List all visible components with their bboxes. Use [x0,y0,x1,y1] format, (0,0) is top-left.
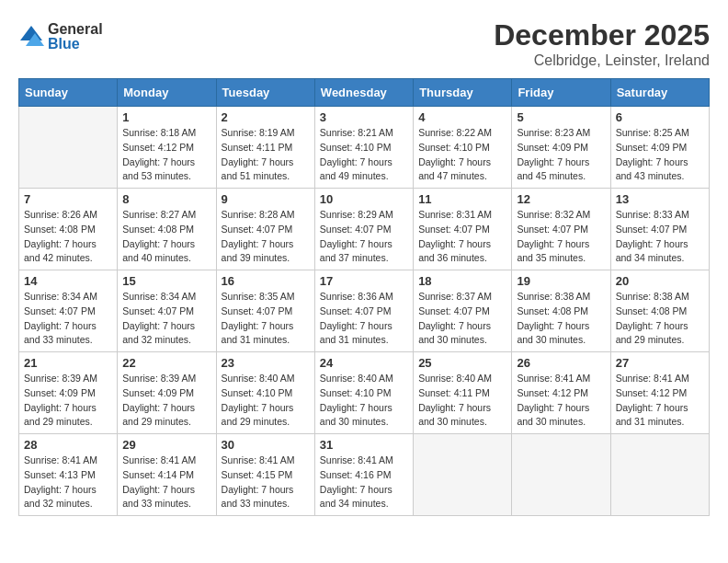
day-info: Sunrise: 8:38 AM Sunset: 4:08 PM Dayligh… [517,290,605,348]
day-cell: 17 Sunrise: 8:36 AM Sunset: 4:07 PM Dayl… [314,270,413,352]
day-info: Sunrise: 8:26 AM Sunset: 4:08 PM Dayligh… [24,208,112,266]
day-cell: 28 Sunrise: 8:41 AM Sunset: 4:13 PM Dayl… [19,434,118,516]
day-cell [610,434,709,516]
day-cell: 8 Sunrise: 8:27 AM Sunset: 4:08 PM Dayli… [118,189,216,270]
day-info: Sunrise: 8:41 AM Sunset: 4:15 PM Dayligh… [222,454,310,511]
day-info: Sunrise: 8:41 AM Sunset: 4:13 PM Dayligh… [24,454,112,511]
day-cell: 13 Sunrise: 8:33 AM Sunset: 4:07 PM Dayl… [610,189,709,270]
day-cell: 11 Sunrise: 8:31 AM Sunset: 4:07 PM Dayl… [414,189,512,270]
day-cell: 7 Sunrise: 8:26 AM Sunset: 4:08 PM Dayli… [19,189,118,270]
day-cell: 10 Sunrise: 8:29 AM Sunset: 4:07 PM Dayl… [314,189,413,270]
day-cell: 26 Sunrise: 8:41 AM Sunset: 4:12 PM Dayl… [512,352,610,434]
day-info: Sunrise: 8:35 AM Sunset: 4:07 PM Dayligh… [222,290,310,348]
week-row-3: 14 Sunrise: 8:34 AM Sunset: 4:07 PM Dayl… [19,270,710,352]
day-number: 5 [517,110,605,124]
day-number: 9 [222,192,310,206]
day-number: 26 [517,356,605,370]
day-info: Sunrise: 8:40 AM Sunset: 4:10 PM Dayligh… [320,372,408,430]
day-number: 7 [24,192,112,206]
week-row-2: 7 Sunrise: 8:26 AM Sunset: 4:08 PM Dayli… [19,189,710,270]
day-number: 16 [222,274,310,288]
day-cell: 9 Sunrise: 8:28 AM Sunset: 4:07 PM Dayli… [216,189,314,270]
day-info: Sunrise: 8:19 AM Sunset: 4:11 PM Dayligh… [222,126,310,184]
day-cell: 16 Sunrise: 8:35 AM Sunset: 4:07 PM Dayl… [216,270,314,352]
day-number: 20 [616,274,704,288]
day-cell: 21 Sunrise: 8:39 AM Sunset: 4:09 PM Dayl… [19,352,118,434]
calendar-body: 1 Sunrise: 8:18 AM Sunset: 4:12 PM Dayli… [19,107,710,516]
day-number: 22 [122,356,210,370]
day-cell: 29 Sunrise: 8:41 AM Sunset: 4:14 PM Dayl… [118,434,216,516]
day-cell: 23 Sunrise: 8:40 AM Sunset: 4:10 PM Dayl… [216,352,314,434]
day-number: 24 [320,356,408,370]
day-info: Sunrise: 8:34 AM Sunset: 4:07 PM Dayligh… [24,290,112,348]
header-cell-saturday: Saturday [610,79,709,107]
day-number: 1 [122,110,210,124]
day-info: Sunrise: 8:41 AM Sunset: 4:16 PM Dayligh… [320,454,408,511]
day-number: 27 [616,356,704,370]
location-title: Celbridge, Leinster, Ireland [494,52,710,69]
week-row-4: 21 Sunrise: 8:39 AM Sunset: 4:09 PM Dayl… [19,352,710,434]
header-cell-wednesday: Wednesday [314,79,413,107]
day-info: Sunrise: 8:29 AM Sunset: 4:07 PM Dayligh… [320,208,408,266]
day-number: 18 [418,274,506,288]
day-number: 2 [222,110,310,124]
day-number: 25 [418,356,506,370]
day-info: Sunrise: 8:36 AM Sunset: 4:07 PM Dayligh… [320,290,408,348]
month-title: December 2025 [494,18,710,52]
day-number: 29 [122,438,210,452]
week-row-5: 28 Sunrise: 8:41 AM Sunset: 4:13 PM Dayl… [19,434,710,516]
day-number: 21 [24,356,112,370]
day-cell: 31 Sunrise: 8:41 AM Sunset: 4:16 PM Dayl… [314,434,413,516]
day-info: Sunrise: 8:40 AM Sunset: 4:10 PM Dayligh… [222,372,310,430]
day-cell [512,434,610,516]
day-cell: 14 Sunrise: 8:34 AM Sunset: 4:07 PM Dayl… [19,270,118,352]
day-info: Sunrise: 8:18 AM Sunset: 4:12 PM Dayligh… [122,126,210,184]
header-cell-friday: Friday [512,79,610,107]
day-cell: 12 Sunrise: 8:32 AM Sunset: 4:07 PM Dayl… [512,189,610,270]
header-cell-thursday: Thursday [414,79,512,107]
day-cell [414,434,512,516]
day-number: 14 [24,274,112,288]
day-cell: 30 Sunrise: 8:41 AM Sunset: 4:15 PM Dayl… [216,434,314,516]
day-info: Sunrise: 8:34 AM Sunset: 4:07 PM Dayligh… [122,290,210,348]
day-info: Sunrise: 8:23 AM Sunset: 4:09 PM Dayligh… [517,126,605,184]
day-info: Sunrise: 8:41 AM Sunset: 4:14 PM Dayligh… [122,454,210,511]
day-info: Sunrise: 8:25 AM Sunset: 4:09 PM Dayligh… [616,126,704,184]
page-header: General Blue December 2025 Celbridge, Le… [18,18,710,69]
header-row: SundayMondayTuesdayWednesdayThursdayFrid… [19,79,710,107]
day-info: Sunrise: 8:21 AM Sunset: 4:10 PM Dayligh… [320,126,408,184]
day-cell [19,107,118,189]
header-cell-tuesday: Tuesday [216,79,314,107]
day-number: 17 [320,274,408,288]
day-number: 31 [320,438,408,452]
calendar-table: SundayMondayTuesdayWednesdayThursdayFrid… [18,78,710,516]
day-cell: 3 Sunrise: 8:21 AM Sunset: 4:10 PM Dayli… [314,107,413,189]
day-number: 23 [222,356,310,370]
day-info: Sunrise: 8:33 AM Sunset: 4:07 PM Dayligh… [616,208,704,266]
calendar-header: SundayMondayTuesdayWednesdayThursdayFrid… [19,79,710,107]
day-number: 4 [418,110,506,124]
day-cell: 18 Sunrise: 8:37 AM Sunset: 4:07 PM Dayl… [414,270,512,352]
day-number: 12 [517,192,605,206]
week-row-1: 1 Sunrise: 8:18 AM Sunset: 4:12 PM Dayli… [19,107,710,189]
day-info: Sunrise: 8:41 AM Sunset: 4:12 PM Dayligh… [517,372,605,430]
day-info: Sunrise: 8:37 AM Sunset: 4:07 PM Dayligh… [418,290,506,348]
day-info: Sunrise: 8:38 AM Sunset: 4:08 PM Dayligh… [616,290,704,348]
day-number: 28 [24,438,112,452]
header-cell-monday: Monday [118,79,216,107]
day-cell: 22 Sunrise: 8:39 AM Sunset: 4:09 PM Dayl… [118,352,216,434]
day-number: 30 [222,438,310,452]
day-info: Sunrise: 8:39 AM Sunset: 4:09 PM Dayligh… [122,372,210,430]
day-info: Sunrise: 8:32 AM Sunset: 4:07 PM Dayligh… [517,208,605,266]
day-cell: 20 Sunrise: 8:38 AM Sunset: 4:08 PM Dayl… [610,270,709,352]
day-info: Sunrise: 8:27 AM Sunset: 4:08 PM Dayligh… [122,208,210,266]
day-info: Sunrise: 8:31 AM Sunset: 4:07 PM Dayligh… [418,208,506,266]
day-number: 10 [320,192,408,206]
logo-icon [18,24,44,50]
day-cell: 1 Sunrise: 8:18 AM Sunset: 4:12 PM Dayli… [118,107,216,189]
logo-text: General Blue [48,22,103,52]
day-cell: 15 Sunrise: 8:34 AM Sunset: 4:07 PM Dayl… [118,270,216,352]
day-number: 13 [616,192,704,206]
header-cell-sunday: Sunday [19,79,118,107]
day-cell: 2 Sunrise: 8:19 AM Sunset: 4:11 PM Dayli… [216,107,314,189]
